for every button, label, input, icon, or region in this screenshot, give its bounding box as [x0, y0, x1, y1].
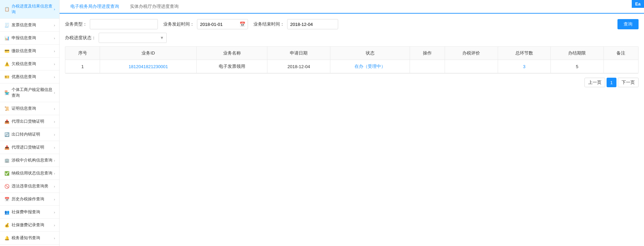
chevron-right-icon: ›	[54, 62, 55, 66]
payment-icon: 💳	[4, 48, 10, 54]
sidebar-item-wei-fa-wei-zhang[interactable]: 🚫 违法违章信息查询类 ›	[0, 180, 59, 193]
sidebar-item-ge-ti-gong-shang[interactable]: 🏪 个体工商户核定额信息查询 ›	[0, 83, 59, 102]
sidebar-item-left: 🔔 税务通知书查询	[4, 235, 40, 241]
report-icon: 📊	[4, 35, 10, 41]
sidebar-item-ban-shui-jin-du[interactable]: 📋 办税进度及结果信息查询 ›	[0, 0, 59, 19]
start-time-label: 业务发起时间：	[163, 21, 194, 27]
illegal-icon: 🚫	[4, 184, 10, 189]
sidebar-item-label: 个体工商户核定额信息查询	[12, 87, 54, 98]
chevron-right-icon: ›	[54, 7, 55, 11]
cell-link[interactable]: 在办（受理中）	[354, 64, 385, 69]
end-date-wrapper	[287, 19, 338, 29]
sidebar-item-she-bao-shen-bao[interactable]: 👥 社保费申报查询 ›	[0, 206, 59, 219]
col-header-3: 申请日期	[267, 47, 330, 60]
table-cell-0-5	[410, 60, 445, 73]
table-header-row: 序号业务ID业务名称申请日期状态操作办税评价总环节数办结期限备注	[65, 47, 638, 60]
chevron-right-icon: ›	[54, 23, 55, 27]
sidebar-item-left: 💰 社保缴费记录查询	[4, 222, 44, 228]
sidebar: 📋 办税进度及结果信息查询 › 🧾 发票信息查询 › 📊 申报信息查询 › 💳 …	[0, 0, 60, 246]
business-type-field: 业务类型：	[65, 19, 158, 29]
business-type-input[interactable]	[90, 19, 158, 29]
chevron-right-icon: ›	[54, 91, 55, 95]
sidebar-item-left: ⚠️ 欠税信息查询	[4, 61, 36, 67]
sidebar-item-fa-piao-xin-xi[interactable]: 🧾 发票信息查询 ›	[0, 19, 59, 32]
sidebar-item-shui-wu-tong-zhi[interactable]: 🔔 税务通知书查询 ›	[0, 232, 59, 245]
sidebar-item-kua-qu-yu-she-shui[interactable]: 🗺️ 跨区域涉税事项报告查询 ›	[0, 245, 59, 246]
sidebar-item-she-shui-zhong-jie[interactable]: 🏢 涉税中介机构信息查询 ›	[0, 154, 59, 167]
invoice-icon: 🧾	[4, 22, 10, 28]
content-area: 业务类型： 业务发起时间： 📅 业务结束时间： 查询	[60, 14, 644, 246]
page-1-button[interactable]: 1	[607, 78, 616, 87]
col-header-8: 办结期限	[551, 47, 604, 60]
data-table: 序号业务ID业务名称申请日期状态操作办税评价总环节数办结期限备注 1181204…	[65, 47, 638, 73]
chevron-right-icon: ›	[54, 107, 55, 111]
sidebar-item-label: 纳税信用状态信息查询	[12, 170, 52, 176]
table-cell-0-7[interactable]: 3	[498, 60, 550, 73]
end-date-input[interactable]	[287, 19, 338, 29]
start-time-field: 业务发起时间： 📅	[163, 19, 248, 29]
table-body: 11812041821230001电子发票领用2018-12-04在办（受理中）…	[65, 60, 638, 73]
chevron-right-icon: ›	[54, 236, 55, 240]
col-header-4: 状态	[330, 47, 410, 60]
sidebar-item-left: 📤 代理出口货物证明	[4, 119, 44, 124]
sidebar-item-you-hui-xin-xi[interactable]: 🎫 优惠信息查询 ›	[0, 71, 59, 83]
top-right-label: Ea	[632, 0, 644, 8]
sidebar-item-left: 👥 社保费申报查询	[4, 209, 40, 215]
sidebar-item-na-shui-xin-yong[interactable]: ✅ 纳税信用状态信息查询 ›	[0, 167, 59, 180]
sidebar-item-left: 📊 申报信息查询	[4, 35, 36, 41]
col-header-0: 序号	[65, 47, 100, 60]
sidebar-item-qian-shui-xin-xi[interactable]: ⚠️ 欠税信息查询 ›	[0, 58, 59, 71]
end-time-field: 业务结束时间：	[253, 19, 338, 29]
start-date-input[interactable]	[197, 19, 248, 29]
sidebar-item-left: 🎫 优惠信息查询	[4, 74, 36, 80]
sidebar-item-chu-kou-zhuan[interactable]: 🔄 出口转内销证明 ›	[0, 128, 59, 141]
data-table-wrap: 序号业务ID业务名称申请日期状态操作办税评价总环节数办结期限备注 1181204…	[65, 46, 639, 74]
cell-link[interactable]: 3	[523, 64, 525, 69]
col-header-1: 业务ID	[100, 47, 197, 60]
chevron-right-icon: ›	[54, 210, 55, 214]
chevron-right-icon: ›	[54, 145, 55, 150]
progress-status-label: 办税进度状态：	[65, 35, 96, 41]
sidebar-item-left: 📜 证明信息查询	[4, 106, 36, 111]
next-page-button[interactable]: 下一页	[618, 78, 639, 87]
sidebar-item-label: 违法违章信息查询类	[12, 183, 48, 189]
sidebar-item-zheng-ming-xin-xi[interactable]: 📜 证明信息查询 ›	[0, 102, 59, 115]
sidebar-item-left: ✅ 纳税信用状态信息查询	[4, 170, 52, 176]
col-header-6: 办税评价	[445, 47, 498, 60]
table-cell-0-2: 电子发票领用	[197, 60, 267, 73]
agency-icon: 🏢	[4, 158, 10, 163]
cert-icon: 📜	[4, 106, 10, 111]
sidebar-item-left: 🧾 发票信息查询	[4, 22, 36, 28]
social-icon: 👥	[4, 210, 10, 215]
sidebar-item-dai-li-chu-kou[interactable]: 📤 代理出口货物证明 ›	[0, 115, 59, 128]
tab-bar: 电子税务局办理进度查询实体办税厅办理进度查询	[60, 0, 644, 14]
search-button[interactable]: 查询	[617, 19, 639, 29]
sidebar-item-label: 优惠信息查询	[12, 74, 36, 80]
table-cell-0-6	[445, 60, 498, 73]
prev-page-button[interactable]: 上一页	[584, 78, 605, 87]
tab-tab-physical[interactable]: 实体办税厅办理进度查询	[125, 0, 184, 14]
transfer-icon: 🔄	[4, 132, 10, 137]
sidebar-item-shen-bao-xin-xi[interactable]: 📊 申报信息查询 ›	[0, 32, 59, 45]
sidebar-item-label: 涉税中介机构信息查询	[12, 157, 52, 163]
tab-tab-electronic[interactable]: 电子税务局办理进度查询	[65, 0, 125, 14]
sidebar-item-dai-li-jin-kou[interactable]: 📥 代理进口货物证明 ›	[0, 141, 59, 154]
sidebar-item-jiao-kuan-xin-xi[interactable]: 💳 缴款信息查询 ›	[0, 45, 59, 58]
sidebar-item-she-bao-jiao-fei[interactable]: 💰 社保缴费记录查询 ›	[0, 219, 59, 232]
sidebar-item-label: 发票信息查询	[12, 22, 36, 28]
chevron-right-icon: ›	[54, 223, 55, 227]
chevron-right-icon: ›	[54, 197, 55, 201]
progress-status-field: 办税进度状态： ▼	[65, 33, 167, 43]
sidebar-item-label: 欠税信息查询	[12, 61, 36, 67]
discount-icon: 🎫	[4, 74, 10, 80]
search-form-row2: 办税进度状态： ▼	[65, 33, 639, 43]
chevron-right-icon: ›	[54, 158, 55, 163]
history-icon: 📅	[4, 197, 10, 202]
progress-status-select[interactable]	[99, 33, 167, 43]
chevron-right-icon: ›	[54, 49, 55, 53]
table-cell-0-1[interactable]: 1812041821230001	[100, 60, 197, 73]
sidebar-item-li-shi-ban-shui[interactable]: 📅 历史办税操作查询 ›	[0, 193, 59, 206]
sidebar-item-left: 🏪 个体工商户核定额信息查询	[4, 87, 54, 98]
cell-link[interactable]: 1812041821230001	[129, 64, 168, 69]
table-cell-0-4[interactable]: 在办（受理中）	[330, 60, 410, 73]
